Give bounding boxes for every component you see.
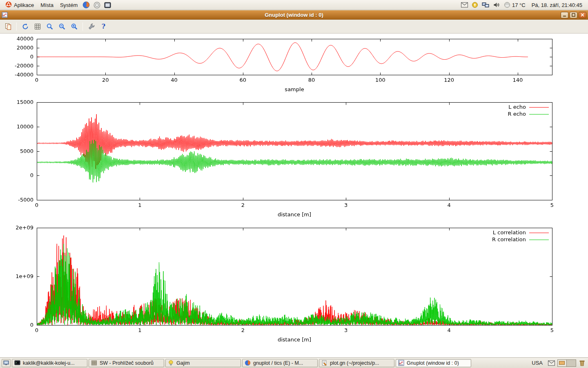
plot-area: [0, 34, 588, 357]
taskbar-item-editor[interactable]: plot.gn (~/projects/p...: [319, 359, 394, 367]
taskbar-item-gajim[interactable]: Gajim: [165, 359, 241, 367]
keyboard-layout-indicator[interactable]: USA: [529, 360, 545, 366]
update-tray-button[interactable]: [470, 0, 480, 10]
mail-tray-button[interactable]: [459, 0, 469, 10]
taskbar-item-terminal[interactable]: kaklik@kaklik-kolej-u...: [12, 359, 87, 367]
taskbar-item-label: Gajim: [176, 360, 190, 366]
volume-icon: [493, 2, 500, 8]
menu-aplikace[interactable]: Aplikace: [2, 0, 37, 10]
copy-button[interactable]: [2, 21, 13, 32]
menu-label: Místa: [40, 2, 53, 8]
taskbar-item-label: kaklik@kaklik-kolej-u...: [23, 360, 75, 366]
workspace-2[interactable]: [567, 360, 576, 366]
zoom-in-icon: [71, 23, 78, 30]
weather-icon: [504, 2, 510, 8]
weather-applet[interactable]: 17 °C: [502, 2, 528, 8]
trash-button[interactable]: [577, 359, 586, 368]
clock-applet[interactable]: Pá, 18. září, 21:40:45: [528, 2, 586, 8]
titlebar[interactable]: Gnuplot (window id : 0): [0, 10, 588, 20]
taskbar-item-firefox[interactable]: gnuplot / tics (E) - M...: [242, 359, 318, 367]
mail-icon: [548, 360, 555, 366]
wrench-icon: [88, 23, 95, 30]
taskbar-item-gnuplot[interactable]: Gnuplot (window id : 0): [396, 359, 471, 367]
menu-mista[interactable]: Místa: [38, 0, 56, 10]
help-launcher[interactable]: [92, 0, 102, 10]
correlation-chart: [0, 224, 588, 352]
temperature-label: 17 °C: [512, 2, 526, 8]
grid-icon: [34, 23, 41, 30]
help-browser-icon: [94, 2, 100, 9]
taskbar: kaklik@kaklik-kolej-u... SW - Prohlížeč …: [0, 357, 588, 368]
taskbar-item-label: Gnuplot (window id : 0): [407, 360, 459, 366]
replot-icon: [22, 23, 29, 30]
settings-button[interactable]: [86, 21, 97, 32]
volume-tray-button[interactable]: [491, 0, 501, 10]
menu-label: Aplikace: [14, 2, 34, 8]
firefox-launcher[interactable]: [81, 0, 91, 10]
show-desktop-button[interactable]: [2, 359, 11, 367]
firefox-icon: [245, 360, 251, 366]
trash-icon: [579, 359, 586, 366]
network-tray-button[interactable]: [481, 0, 490, 10]
file-manager-icon: [91, 360, 98, 366]
taskbar-item-label: plot.gn (~/projects/p...: [330, 360, 379, 366]
taskbar-item-file-manager[interactable]: SW - Prohlížeč souborů: [89, 359, 164, 367]
taskbar-item-label: SW - Prohlížeč souborů: [100, 360, 154, 366]
signal-chart: [0, 34, 588, 95]
terminal-icon: [14, 360, 21, 366]
terminal-launcher-icon: [104, 2, 111, 9]
gajim-icon: [168, 360, 174, 366]
menu-label: Systém: [60, 2, 78, 8]
help-button[interactable]: ?: [98, 21, 109, 32]
desktop: Aplikace Místa Systém: [0, 0, 588, 368]
echo-chart: [0, 95, 588, 224]
show-desktop-icon: [3, 360, 9, 366]
gnuplot-window-icon: [2, 12, 9, 18]
text-editor-icon: [321, 360, 328, 366]
window-title: Gnuplot (window id : 0): [265, 12, 323, 18]
toolbar: ?: [0, 20, 588, 34]
maximize-button[interactable]: [570, 12, 577, 18]
taskbar-item-label: gnuplot / tics (E) - M...: [253, 360, 303, 366]
zoom-previous-icon: [46, 23, 53, 30]
help-icon: ?: [102, 22, 105, 30]
zoom-in-button[interactable]: [69, 21, 80, 32]
toolbar-separator: [16, 22, 17, 31]
top-panel: Aplikace Místa Systém: [0, 0, 588, 10]
close-button[interactable]: [579, 12, 586, 18]
copy-icon: [4, 23, 12, 30]
zoom-out-icon: [58, 23, 66, 30]
ubuntu-logo-icon: [5, 1, 12, 9]
workspace-1[interactable]: [558, 360, 567, 366]
mail-tray-button-bottom[interactable]: [546, 358, 556, 368]
grid-button[interactable]: [32, 21, 43, 32]
toolbar-separator: [82, 22, 83, 31]
mail-icon: [461, 2, 468, 8]
gnuplot-icon: [398, 360, 405, 366]
gnuplot-window: Gnuplot (window id : 0): [0, 10, 588, 357]
firefox-icon: [82, 1, 90, 9]
zoom-previous-button[interactable]: [44, 21, 55, 32]
replot-button[interactable]: [20, 21, 31, 32]
zoom-out-button[interactable]: [56, 21, 67, 32]
menu-system[interactable]: Systém: [57, 0, 80, 10]
terminal-launcher[interactable]: [102, 0, 112, 10]
update-icon: [472, 2, 478, 8]
network-displays-icon: [482, 2, 489, 8]
workspace-switcher[interactable]: [557, 359, 576, 367]
minimize-button[interactable]: [561, 12, 568, 18]
workspace-window-thumb: [559, 361, 565, 365]
